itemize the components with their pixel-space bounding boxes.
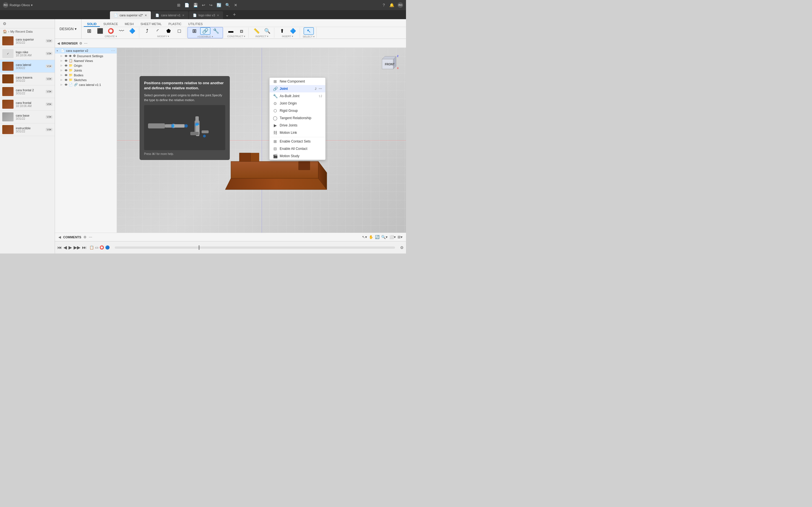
menu-new-component[interactable]: ⊞ New Component	[269, 78, 325, 85]
inspect-label[interactable]: INSPECT ▾	[255, 34, 268, 38]
sweep-btn[interactable]: 〰	[116, 27, 126, 34]
as-built-joint-btn[interactable]: 🔧	[211, 27, 221, 34]
assemble-label[interactable]: ASSEMBLE ▾	[197, 35, 213, 38]
undo-icon[interactable]: ↩	[201, 2, 206, 8]
grid-icon[interactable]: ⊞	[176, 2, 182, 8]
tree-origin[interactable]: ▷ 👁 📁 Origin	[55, 63, 117, 68]
menu-as-built-joint[interactable]: 🔧 As-Built Joint ⇧J	[269, 93, 325, 100]
close-icon[interactable]: ✕	[233, 2, 239, 8]
timeline-settings-icon[interactable]: ⚙	[400, 245, 404, 250]
tab-cara-lateral[interactable]: 📄 cara lateral v1 ✕	[151, 11, 188, 19]
file-item-cara-frontal[interactable]: cara frontal 10:18:06 AM V5▾	[0, 98, 55, 111]
help-icon[interactable]: ?	[382, 2, 386, 8]
tab-plastic[interactable]: PLASTIC	[165, 22, 185, 27]
file-item-cara-superior[interactable]: cara superior 3/31/22 V2▾	[0, 35, 55, 47]
file-item-cara-trasera[interactable]: cara trasera 3/31/22 V2▾	[0, 73, 55, 86]
user-area[interactable]: RO Rodrigo Olivos ▾	[3, 2, 33, 8]
menu-drive-joints[interactable]: ▶ Drive Joints	[269, 122, 325, 129]
joint-btn[interactable]: 🔗	[200, 27, 210, 35]
tab-close-btn2[interactable]: ✕	[182, 14, 185, 17]
menu-enable-all-contact[interactable]: ⊟ Enable All Contact	[269, 145, 325, 152]
file-item-cara-base[interactable]: cara base 3/31/22 V3▾	[0, 111, 55, 123]
tab-sheet-metal[interactable]: SHEET METAL	[137, 22, 165, 27]
tree-named-views[interactable]: ▷ 👁 📋 Named Views	[55, 58, 117, 63]
view-cube[interactable]: FRONT Z X	[375, 54, 400, 80]
file-item-instructible[interactable]: instructible 3/31/22 V4▾	[0, 123, 55, 136]
design-button[interactable]: DESIGN ▾	[55, 19, 82, 39]
tab-utilities[interactable]: UTILITIES	[185, 22, 206, 27]
home-icon[interactable]: 🏠	[3, 30, 7, 34]
user-dropdown-arrow[interactable]: ▾	[31, 3, 33, 7]
create-new-body-btn[interactable]: ⊞	[84, 27, 94, 34]
tree-doc-settings[interactable]: ▷ 👁 👁 ⚙ Document Settings	[55, 54, 117, 58]
extrude-btn[interactable]: ⬛	[95, 27, 105, 34]
redo-icon[interactable]: ↪	[208, 2, 214, 8]
shell-btn[interactable]: □	[174, 27, 185, 34]
joint-more-icon[interactable]: ⋯	[319, 87, 322, 91]
tree-bodies[interactable]: ▷ 👁 📁 Bodies	[55, 73, 117, 77]
browser-more-btn[interactable]: ⋯	[84, 41, 87, 45]
midplane-btn[interactable]: ⧈	[237, 27, 247, 34]
tree-sketches[interactable]: ▷ 👁 📁 Sketches	[55, 77, 117, 82]
menu-motion-study[interactable]: 🎬 Motion Study	[269, 152, 325, 160]
tab-overflow-btn[interactable]: ⌄	[223, 12, 231, 17]
tab-surface[interactable]: SURFACE	[100, 22, 121, 27]
browser-collapse-btn[interactable]: ◀	[57, 41, 60, 45]
tab-cara-superior[interactable]: 📄 cara superior v2* ✕	[110, 11, 151, 19]
tab-mesh[interactable]: MESH	[121, 22, 137, 27]
timeline-icon2[interactable]: ▭	[95, 245, 98, 249]
orbit-tool-icon[interactable]: 🔄	[375, 235, 379, 239]
select-label[interactable]: SELECT ▾	[303, 35, 315, 38]
menu-rigid-group[interactable]: ⬡ Rigid Group	[269, 107, 325, 114]
timeline-icon1[interactable]: 📋	[89, 245, 94, 249]
comments-more-btn[interactable]: ⋯	[89, 235, 92, 239]
timeline-end-btn[interactable]: ⏭	[82, 245, 87, 250]
viewport[interactable]: FRONT Z X Positions components relative …	[117, 48, 406, 233]
comments-settings-btn[interactable]: ⚙	[84, 235, 87, 239]
file-item-cara-frontal2[interactable]: cara frontal 2 3/31/22 V3▾	[0, 86, 55, 98]
timeline-start-btn[interactable]: ⏮	[57, 245, 62, 250]
measure-btn[interactable]: 📏	[252, 27, 262, 34]
zoom-tool-icon[interactable]: 🔍▾	[381, 235, 388, 239]
ground-plane-icon[interactable]: ⊞▾	[398, 235, 403, 239]
insert-svg-btn[interactable]: 🔷	[288, 27, 298, 34]
tab-logo-nike[interactable]: 📄 logo nike v3 ✕	[189, 11, 223, 19]
file-item-logo-nike[interactable]: ✓ logo nike 10:18:06 AM V3▾	[0, 47, 55, 60]
tree-root[interactable]: ▾ 📄 cara superior v2 ⋯	[55, 48, 117, 54]
select-btn[interactable]: ↖	[304, 27, 314, 35]
new-component-btn[interactable]: ⊞	[190, 27, 200, 34]
insert-label[interactable]: INSERT ▾	[282, 34, 293, 38]
file-item-cara-lateral[interactable]: cara lateral 3/30/22 V1▾	[0, 60, 55, 73]
loft-btn[interactable]: 🔷	[127, 27, 137, 34]
tree-joints[interactable]: ▷ 👁 📁 Joints	[55, 68, 117, 73]
fillet-btn[interactable]: ◜	[153, 27, 163, 34]
construct-label[interactable]: CONSTRUCT ▾	[227, 34, 245, 38]
press-pull-btn[interactable]: ⤴	[142, 27, 152, 34]
menu-motion-link[interactable]: ⛓ Motion Link	[269, 129, 325, 136]
tab-close-btn3[interactable]: ✕	[217, 14, 219, 17]
cursor-tool-icon[interactable]: ↖▾	[362, 235, 367, 239]
tab-solid[interactable]: SOLID	[84, 22, 100, 27]
timeline-icon4[interactable]: 🔵	[105, 245, 110, 249]
sidebar-gear-icon[interactable]: ⚙	[3, 21, 6, 26]
menu-joint[interactable]: 🔗 Joint J ⋯	[269, 85, 325, 93]
notification-icon[interactable]: 🔔	[388, 2, 395, 8]
offset-plane-btn[interactable]: ▬	[226, 27, 236, 34]
timeline-track[interactable]	[115, 246, 395, 249]
display-mode-icon[interactable]: ⬜▾	[389, 235, 396, 239]
insert-mesh-btn[interactable]: ⬆	[277, 27, 287, 34]
menu-tangent-relationship[interactable]: ◯ Tangent Relationship	[269, 114, 325, 122]
tab-close-btn[interactable]: ✕	[145, 14, 147, 17]
section-analysis-btn[interactable]: 🔍	[262, 27, 272, 34]
modify-label[interactable]: MODIFY ▾	[157, 34, 169, 38]
chamfer-btn[interactable]: ⬟	[163, 27, 174, 34]
user-avatar-btn[interactable]: RO	[398, 2, 403, 8]
timeline-prev-btn[interactable]: ◀	[63, 245, 67, 250]
timeline-play-btn[interactable]: ▶	[68, 245, 72, 250]
tree-more-root[interactable]: ⋯	[111, 48, 115, 53]
timeline-icon3[interactable]: ⭕	[100, 245, 104, 249]
timeline-next-btn[interactable]: ▶▶	[73, 245, 80, 250]
comments-collapse-btn[interactable]: ◀	[58, 235, 61, 239]
create-label[interactable]: CREATE ▾	[105, 34, 117, 38]
sync-icon[interactable]: 🔄	[215, 2, 222, 8]
